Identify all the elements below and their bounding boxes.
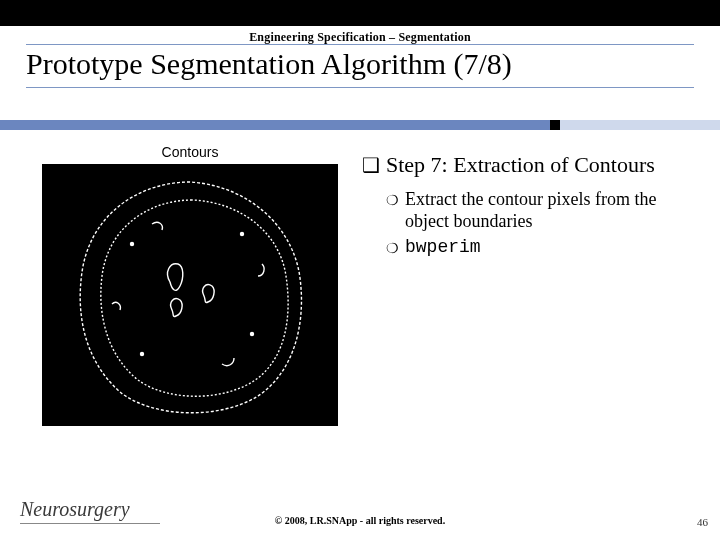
svg-point-3 xyxy=(251,333,254,336)
copyright-text: © 2008, LR.SNApp - all rights reserved. xyxy=(0,515,720,526)
sub-item-row: ❍ Extract the contour pixels from the ob… xyxy=(386,188,696,232)
svg-point-4 xyxy=(141,353,144,356)
circle-bullet-icon: ❍ xyxy=(386,190,399,234)
slide: Engineering Specification – Segmentation… xyxy=(0,0,720,540)
accent-bar-gap xyxy=(550,120,560,130)
contour-image xyxy=(42,164,338,426)
figure-caption: Contours xyxy=(42,140,338,164)
figure-block: Contours xyxy=(42,140,338,426)
title-container: Prototype Segmentation Algorithm (7/8) xyxy=(26,44,694,88)
square-bullet-icon: ❑ xyxy=(362,152,380,178)
top-black-bar xyxy=(0,0,720,26)
accent-bar-light xyxy=(560,120,720,130)
sub-item-row: ❍ bwperim xyxy=(386,236,696,258)
sub-item-text: Extract the contour pixels from the obje… xyxy=(405,188,696,232)
brain-contour-svg xyxy=(42,164,338,426)
step-heading-row: ❑ Step 7: Extraction of Contours xyxy=(362,152,696,178)
content-block: ❑ Step 7: Extraction of Contours ❍ Extra… xyxy=(362,152,696,262)
section-label: Engineering Specification – Segmentation xyxy=(0,30,720,45)
svg-rect-0 xyxy=(42,164,338,426)
step-heading-text: Step 7: Extraction of Contours xyxy=(386,152,655,178)
sub-item-code: bwperim xyxy=(405,236,481,258)
slide-title: Prototype Segmentation Algorithm (7/8) xyxy=(26,47,694,81)
page-number: 46 xyxy=(697,516,708,528)
svg-point-1 xyxy=(131,243,134,246)
circle-bullet-icon: ❍ xyxy=(386,238,399,260)
svg-point-2 xyxy=(241,233,244,236)
